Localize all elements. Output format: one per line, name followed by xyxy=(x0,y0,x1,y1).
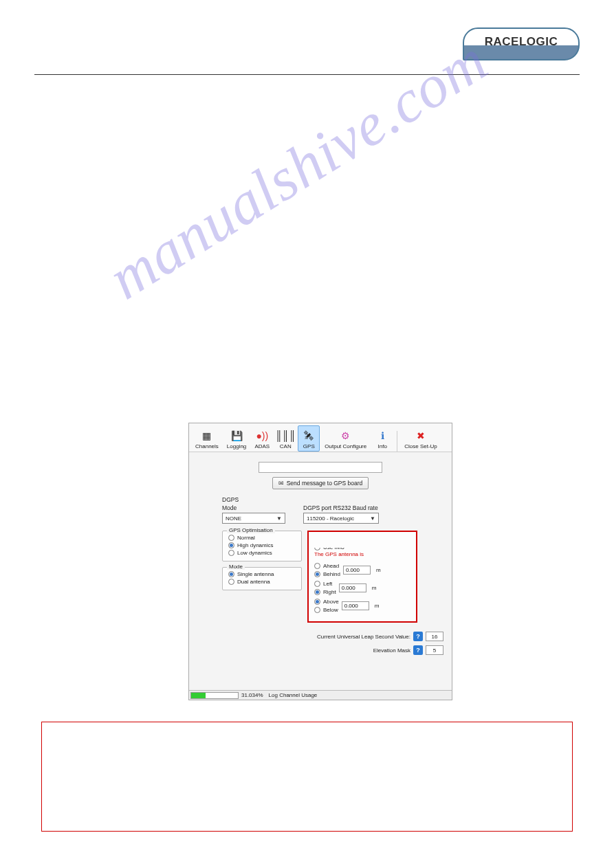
logo-text: RACELOGIC xyxy=(485,35,558,53)
kalman-title: Kalman Filter xyxy=(314,536,410,544)
unit-label: m xyxy=(372,603,380,609)
radio-icon xyxy=(228,535,234,541)
elev-label: Elevation Mask xyxy=(373,647,410,654)
barcode-icon: ║║║ xyxy=(279,430,292,442)
radio-icon xyxy=(228,579,234,585)
tab-output-configure[interactable]: ⚙ Output Configure xyxy=(321,425,370,452)
mode-title: Mode xyxy=(227,564,245,570)
use-imu-label: Use IMU xyxy=(323,544,344,550)
radio-label: Normal xyxy=(237,535,255,541)
chevron-down-icon: ▼ xyxy=(370,515,375,522)
radio-normal[interactable]: Normal xyxy=(228,534,296,542)
radio-icon xyxy=(314,581,320,587)
dgps-baud-label: DGPS port RS232 Baud rate xyxy=(303,504,379,511)
signal-icon: ●)) xyxy=(256,430,268,442)
radio-dual-antenna[interactable]: Dual antenna xyxy=(228,578,296,586)
radio-label: Low dynamics xyxy=(237,550,272,556)
tab-label: Info xyxy=(378,443,387,449)
grid-icon: ▦ xyxy=(201,430,213,442)
dgps-baud-combo[interactable]: 115200 - Racelogic ▼ xyxy=(303,513,379,524)
elevation-mask-row: Elevation Mask ? 5 xyxy=(189,643,443,657)
radio-left[interactable]: Left xyxy=(314,580,336,588)
gps-message-input[interactable] xyxy=(259,462,382,473)
tab-label: Close Set-Up xyxy=(404,443,437,449)
radio-ahead[interactable]: Ahead xyxy=(314,562,340,570)
radio-label: Single antenna xyxy=(237,571,274,577)
radio-label: High dynamics xyxy=(237,542,273,548)
antenna-text: The GPS antenna is xyxy=(314,551,410,560)
close-setup-button[interactable]: ✖ Close Set-Up xyxy=(401,425,441,452)
tab-channels[interactable]: ▦ Channels xyxy=(192,425,222,452)
status-label: Log Channel Usage xyxy=(263,692,318,698)
chevron-down-icon: ▼ xyxy=(276,515,282,522)
highlight-box xyxy=(41,722,573,832)
configure-icon: ⚙ xyxy=(340,430,352,442)
toolbar: ▦ Channels 💾 Logging ●)) ADAS ║║║ CAN 🛰 … xyxy=(189,423,452,452)
tab-label: ADAS xyxy=(254,443,270,449)
radio-behind[interactable]: Behind xyxy=(314,570,340,578)
leap-label: Current Universal Leap Second Value: xyxy=(317,634,410,640)
radio-icon xyxy=(314,589,320,595)
left-right-value[interactable]: 0.000 xyxy=(339,583,366,592)
use-imu-checkbox[interactable]: Use IMU xyxy=(314,544,410,551)
checkbox-icon xyxy=(314,544,320,550)
elev-value-input[interactable]: 5 xyxy=(426,645,443,655)
send-row: ✉ Send message to GPS board xyxy=(189,477,452,495)
gps-opt-title: GPS Optimisation xyxy=(227,527,275,533)
leap-value-input[interactable]: 16 xyxy=(426,632,443,641)
radio-label: Dual antenna xyxy=(237,579,270,585)
leap-second-row: Current Universal Leap Second Value: ? 1… xyxy=(189,630,443,643)
radio-right[interactable]: Right xyxy=(314,588,336,596)
toolbar-separator xyxy=(397,431,397,452)
radio-label: Ahead xyxy=(323,563,339,569)
tab-info[interactable]: ℹ Info xyxy=(371,425,393,452)
panels-row: GPS Optimisation Normal High dynamics Lo… xyxy=(189,531,452,623)
radio-icon xyxy=(314,607,320,613)
above-below-value[interactable]: 0.000 xyxy=(342,601,369,610)
dgps-baud-value: 115200 - Racelogic xyxy=(307,515,354,522)
radio-icon xyxy=(228,550,234,556)
satellite-icon: 🛰 xyxy=(303,430,315,442)
close-icon: ✖ xyxy=(415,430,427,442)
tab-label: Channels xyxy=(195,443,219,449)
radio-below[interactable]: Below xyxy=(314,606,339,614)
footer-rows: Current Universal Leap Second Value: ? 1… xyxy=(189,623,452,657)
radio-label: Above xyxy=(323,599,339,605)
help-icon[interactable]: ? xyxy=(413,645,423,655)
tab-label: Output Configure xyxy=(325,443,366,449)
send-message-button[interactable]: ✉ Send message to GPS board xyxy=(272,477,369,489)
radio-above[interactable]: Above xyxy=(314,598,339,605)
dgps-mode-combo[interactable]: NONE ▼ xyxy=(222,513,285,524)
help-icon[interactable]: ? xyxy=(413,632,423,641)
radio-single-antenna[interactable]: Single antenna xyxy=(228,570,296,578)
radio-label: Left xyxy=(323,581,332,587)
progress-bar xyxy=(190,692,239,699)
header-divider xyxy=(34,74,580,75)
dgps-title: DGPS xyxy=(189,495,452,504)
above-below-group: Above Below 0.000 m xyxy=(314,598,410,614)
tab-logging[interactable]: 💾 Logging xyxy=(223,425,250,452)
tab-gps[interactable]: 🛰 GPS xyxy=(298,425,320,452)
info-icon: ℹ xyxy=(376,430,388,442)
tab-adas[interactable]: ●)) ADAS xyxy=(251,425,273,452)
left-right-group: Left Right 0.000 m xyxy=(314,580,410,596)
dgps-baud-col: DGPS port RS232 Baud rate 115200 - Racel… xyxy=(303,504,379,524)
radio-icon xyxy=(314,599,320,605)
progress-pct: 31.034% xyxy=(241,692,263,698)
message-row xyxy=(189,452,452,477)
tab-can[interactable]: ║║║ CAN xyxy=(274,425,296,452)
radio-label: Below xyxy=(323,607,338,613)
settings-window: ▦ Channels 💾 Logging ●)) ADAS ║║║ CAN 🛰 … xyxy=(188,423,452,700)
gps-optimisation-panel: GPS Optimisation Normal High dynamics Lo… xyxy=(222,531,302,561)
unit-label: m xyxy=(369,585,377,591)
mode-panel: Mode Single antenna Dual antenna xyxy=(222,567,302,590)
radio-high-dynamics[interactable]: High dynamics xyxy=(228,542,296,549)
dgps-mode-label: Mode xyxy=(222,504,285,511)
radio-icon xyxy=(314,571,320,577)
ahead-behind-group: Ahead Behind 0.000 m xyxy=(314,562,410,578)
send-button-label: Send message to GPS board xyxy=(287,480,363,487)
ahead-behind-value[interactable]: 0.000 xyxy=(343,566,371,575)
radio-low-dynamics[interactable]: Low dynamics xyxy=(228,549,296,557)
unit-label: m xyxy=(373,567,381,573)
radio-label: Right xyxy=(323,589,336,595)
